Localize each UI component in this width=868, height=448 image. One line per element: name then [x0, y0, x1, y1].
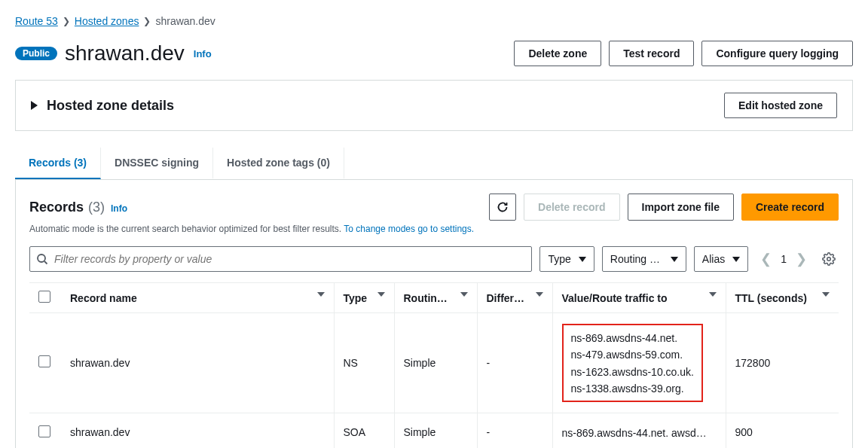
caret-down-icon	[579, 257, 586, 262]
records-subtext-text: Automatic mode is the current search beh…	[29, 224, 344, 234]
records-header: Records (3) Info Delete record Import zo…	[29, 194, 839, 221]
edit-hosted-zone-button[interactable]: Edit hosted zone	[724, 93, 837, 118]
tab-records[interactable]: Records (3)	[15, 148, 101, 179]
chevron-right-icon: ❯	[143, 16, 151, 26]
records-title: Records (3) Info	[29, 200, 127, 215]
zone-header-left: Public shrawan.dev Info	[15, 41, 212, 66]
cell-type: SOA	[334, 413, 394, 448]
table-settings-button[interactable]	[819, 249, 839, 269]
breadcrumb-current: shrawan.dev	[155, 15, 215, 27]
refresh-button[interactable]	[489, 194, 516, 221]
breadcrumb-route53[interactable]: Route 53	[15, 15, 58, 27]
tabs: Records (3) DNSSEC signing Hosted zone t…	[15, 148, 853, 180]
test-record-button[interactable]: Test record	[609, 41, 694, 66]
cell-value: ns-869.awsdns-44.net. awsd…	[552, 413, 726, 448]
records-count: (3)	[88, 200, 105, 215]
svg-point-0	[38, 254, 45, 262]
sort-caret-icon	[317, 292, 325, 297]
filter-alias-dropdown[interactable]: Alias	[694, 246, 748, 272]
gear-icon	[822, 252, 836, 266]
delete-record-button[interactable]: Delete record	[524, 194, 619, 221]
value-line: ns-869.awsdns-44.net. awsd…	[562, 425, 707, 441]
cell-record-name: shrawan.dev	[61, 413, 334, 448]
column-header-record-name[interactable]: Record name	[61, 283, 334, 313]
filter-alias-label: Alias	[702, 253, 725, 265]
zone-header: Public shrawan.dev Info Delete zone Test…	[15, 41, 853, 66]
chevron-right-icon: ❯	[63, 16, 70, 26]
row-checkbox[interactable]	[38, 425, 50, 437]
import-zone-file-button[interactable]: Import zone file	[628, 194, 734, 221]
configure-query-logging-button[interactable]: Configure query logging	[701, 41, 853, 66]
cell-differ: -	[477, 313, 552, 413]
caret-down-icon	[732, 257, 740, 262]
cell-ttl: 900	[726, 413, 839, 448]
column-header-routing[interactable]: Routin…	[394, 283, 477, 313]
column-header-checkbox	[29, 283, 61, 313]
records-actions: Delete record Import zone file Create re…	[489, 194, 839, 221]
sort-caret-icon	[536, 292, 543, 297]
tab-hosted-zone-tags[interactable]: Hosted zone tags (0)	[213, 148, 344, 179]
records-subtext: Automatic mode is the current search beh…	[29, 224, 839, 234]
filter-routing-policy-dropdown[interactable]: Routing pol…	[602, 246, 686, 272]
pager-prev[interactable]: ❮	[760, 251, 772, 267]
record-row[interactable]: shrawan.dev SOA Simple - ns-869.awsdns-4…	[29, 413, 839, 448]
records-title-text: Records	[29, 200, 84, 215]
column-header-differ[interactable]: Differ…	[477, 283, 552, 313]
filter-input[interactable]	[54, 253, 525, 265]
value-highlight-box: ns-869.awsdns-44.net. ns-479.awsdns-59.c…	[562, 324, 703, 402]
filter-type-dropdown[interactable]: Type	[539, 246, 594, 272]
tab-dnssec-signing[interactable]: DNSSEC signing	[101, 148, 213, 179]
pager-page-number: 1	[781, 253, 787, 265]
value-line: ns-1623.awsdns-10.co.uk.	[571, 364, 694, 380]
column-header-ttl[interactable]: TTL (seconds)	[726, 283, 839, 313]
delete-zone-button[interactable]: Delete zone	[514, 41, 601, 66]
value-line: ns-869.awsdns-44.net.	[571, 330, 694, 346]
value-line: ns-479.awsdns-59.com.	[571, 346, 694, 363]
breadcrumb-hosted-zones[interactable]: Hosted zones	[75, 15, 139, 27]
cell-value: ns-869.awsdns-44.net. ns-479.awsdns-59.c…	[552, 313, 726, 413]
hosted-zone-details-toggle[interactable]: Hosted zone details	[31, 98, 174, 114]
value-line: ns-1338.awsdns-39.org.	[571, 380, 694, 397]
records-table: Record name Type Routin… Differ… Value/R…	[29, 282, 839, 448]
zone-info-link[interactable]: Info	[192, 48, 212, 59]
cell-differ: -	[477, 413, 552, 448]
sort-caret-icon	[460, 292, 468, 297]
filter-row: Type Routing pol… Alias ❮ 1 ❯	[29, 246, 839, 272]
filter-input-wrap[interactable]	[29, 246, 532, 272]
search-icon	[36, 253, 48, 265]
pager: ❮ 1 ❯	[756, 251, 811, 267]
refresh-icon	[497, 201, 509, 213]
record-row[interactable]: shrawan.dev NS Simple - ns-869.awsdns-44…	[29, 313, 839, 413]
column-header-type[interactable]: Type	[334, 283, 394, 313]
records-container: Records (3) Info Delete record Import zo…	[15, 180, 853, 448]
hosted-zone-details-panel: Hosted zone details Edit hosted zone	[15, 80, 853, 131]
public-badge: Public	[15, 47, 57, 60]
caret-right-icon	[31, 101, 38, 110]
sort-caret-icon	[822, 292, 830, 297]
breadcrumb: Route 53 ❯ Hosted zones ❯ shrawan.dev	[15, 15, 853, 27]
zone-header-buttons: Delete zone Test record Configure query …	[514, 41, 853, 66]
cell-routing: Simple	[394, 313, 477, 413]
cell-routing: Simple	[394, 413, 477, 448]
sort-caret-icon	[377, 292, 385, 297]
pager-next[interactable]: ❯	[796, 251, 807, 267]
select-all-checkbox[interactable]	[38, 291, 50, 303]
svg-point-1	[827, 258, 831, 261]
filter-type-label: Type	[548, 253, 570, 265]
records-subtext-link[interactable]: To change modes go to settings.	[344, 224, 474, 234]
caret-down-icon	[671, 257, 678, 262]
cell-record-name: shrawan.dev	[61, 313, 334, 413]
cell-type: NS	[334, 313, 394, 413]
records-info-link[interactable]: Info	[109, 203, 127, 214]
create-record-button[interactable]: Create record	[741, 194, 839, 221]
row-checkbox[interactable]	[38, 355, 50, 367]
cell-ttl: 172800	[726, 313, 839, 413]
column-header-value[interactable]: Value/Route traffic to	[552, 283, 726, 313]
sort-caret-icon	[709, 292, 717, 297]
filter-routing-label: Routing pol…	[610, 253, 663, 265]
zone-title: shrawan.dev	[65, 41, 185, 66]
hosted-zone-details-title: Hosted zone details	[47, 98, 174, 114]
